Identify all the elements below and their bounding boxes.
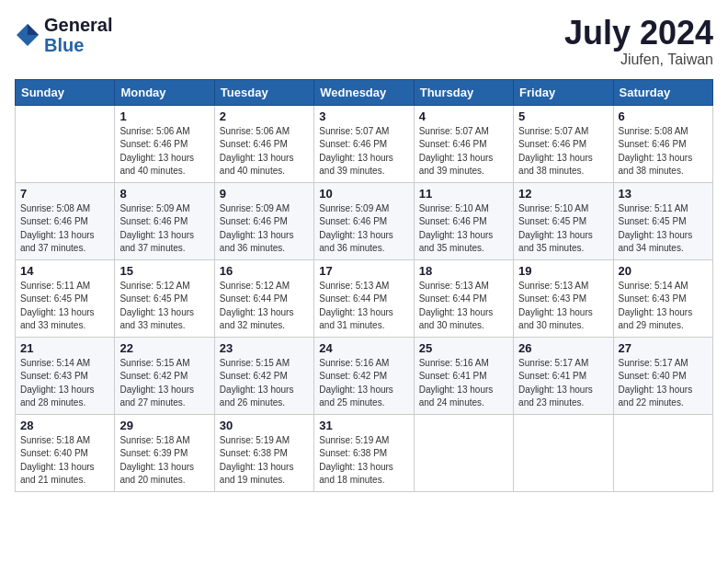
day-info: Sunrise: 5:14 AMSunset: 6:43 PMDaylight:…	[20, 357, 109, 410]
day-number: 20	[619, 264, 708, 278]
calendar-cell: 12Sunrise: 5:10 AMSunset: 6:45 PMDayligh…	[514, 182, 613, 259]
calendar-cell: 22Sunrise: 5:15 AMSunset: 6:42 PMDayligh…	[115, 337, 214, 414]
day-number: 29	[119, 419, 209, 432]
weekday-header: Monday	[115, 79, 214, 105]
calendar-cell: 26Sunrise: 5:17 AMSunset: 6:41 PMDayligh…	[514, 337, 613, 414]
day-info: Sunrise: 5:09 AMSunset: 6:46 PMDaylight:…	[319, 202, 408, 256]
day-number: 23	[220, 341, 309, 355]
day-number: 26	[518, 341, 608, 355]
calendar-cell: 4Sunrise: 5:07 AMSunset: 6:46 PMDaylight…	[414, 105, 513, 182]
day-number: 27	[619, 341, 708, 355]
day-info: Sunrise: 5:09 AMSunset: 6:46 PMDaylight:…	[220, 202, 309, 256]
calendar-week-row: 1Sunrise: 5:06 AMSunset: 6:46 PMDaylight…	[16, 105, 713, 182]
day-number: 8	[119, 187, 209, 201]
day-number: 13	[619, 187, 708, 201]
day-number: 15	[119, 264, 209, 278]
weekday-header: Saturday	[613, 79, 712, 105]
day-info: Sunrise: 5:18 AMSunset: 6:40 PMDaylight:…	[20, 434, 109, 488]
day-number: 25	[419, 341, 508, 355]
day-number: 12	[518, 187, 608, 201]
day-number: 7	[20, 187, 109, 201]
day-info: Sunrise: 5:06 AMSunset: 6:46 PMDaylight:…	[119, 125, 209, 178]
weekday-header: Sunday	[16, 79, 115, 105]
calendar-cell: 14Sunrise: 5:11 AMSunset: 6:45 PMDayligh…	[16, 259, 115, 337]
day-number: 22	[119, 341, 209, 355]
calendar-cell: 15Sunrise: 5:12 AMSunset: 6:45 PMDayligh…	[115, 259, 214, 337]
calendar-cell: 11Sunrise: 5:10 AMSunset: 6:46 PMDayligh…	[414, 182, 513, 259]
calendar-cell	[613, 414, 712, 491]
weekday-header: Wednesday	[314, 79, 414, 105]
calendar-cell: 7Sunrise: 5:08 AMSunset: 6:46 PMDaylight…	[16, 182, 115, 259]
day-number: 30	[220, 419, 309, 432]
day-number: 6	[619, 109, 708, 123]
calendar-week-row: 28Sunrise: 5:18 AMSunset: 6:40 PMDayligh…	[16, 414, 713, 491]
calendar-cell: 8Sunrise: 5:09 AMSunset: 6:46 PMDaylight…	[115, 182, 214, 259]
day-info: Sunrise: 5:15 AMSunset: 6:42 PMDaylight:…	[220, 357, 309, 410]
day-number: 16	[220, 264, 309, 278]
weekday-header-row: SundayMondayTuesdayWednesdayThursdayFrid…	[16, 79, 713, 105]
calendar-cell: 1Sunrise: 5:06 AMSunset: 6:46 PMDaylight…	[115, 105, 214, 182]
calendar-table: SundayMondayTuesdayWednesdayThursdayFrid…	[15, 79, 713, 492]
calendar-cell: 2Sunrise: 5:06 AMSunset: 6:46 PMDaylight…	[214, 105, 313, 182]
day-info: Sunrise: 5:13 AMSunset: 6:44 PMDaylight:…	[419, 280, 508, 333]
day-info: Sunrise: 5:11 AMSunset: 6:45 PMDaylight:…	[619, 202, 708, 256]
calendar-cell: 18Sunrise: 5:13 AMSunset: 6:44 PMDayligh…	[414, 259, 513, 337]
calendar-week-row: 21Sunrise: 5:14 AMSunset: 6:43 PMDayligh…	[16, 337, 713, 414]
day-info: Sunrise: 5:19 AMSunset: 6:38 PMDaylight:…	[319, 434, 408, 488]
day-info: Sunrise: 5:16 AMSunset: 6:42 PMDaylight:…	[319, 357, 408, 410]
month-title: July 2024	[564, 15, 713, 52]
day-number: 24	[319, 341, 408, 355]
calendar-cell: 3Sunrise: 5:07 AMSunset: 6:46 PMDaylight…	[314, 105, 414, 182]
day-number: 31	[319, 419, 408, 432]
calendar-cell: 30Sunrise: 5:19 AMSunset: 6:38 PMDayligh…	[214, 414, 313, 491]
day-number: 2	[220, 109, 309, 123]
calendar-cell: 28Sunrise: 5:18 AMSunset: 6:40 PMDayligh…	[16, 414, 115, 491]
calendar-cell: 9Sunrise: 5:09 AMSunset: 6:46 PMDaylight…	[214, 182, 313, 259]
weekday-header: Tuesday	[214, 79, 313, 105]
day-number: 3	[319, 109, 408, 123]
day-info: Sunrise: 5:17 AMSunset: 6:40 PMDaylight:…	[619, 357, 708, 410]
calendar-cell	[414, 414, 513, 491]
logo-line1: General	[44, 15, 112, 35]
day-info: Sunrise: 5:08 AMSunset: 6:46 PMDaylight:…	[20, 202, 109, 256]
day-number: 17	[319, 264, 408, 278]
day-number: 9	[220, 187, 309, 201]
calendar-cell: 19Sunrise: 5:13 AMSunset: 6:43 PMDayligh…	[514, 259, 613, 337]
day-info: Sunrise: 5:12 AMSunset: 6:45 PMDaylight:…	[119, 280, 209, 333]
day-info: Sunrise: 5:07 AMSunset: 6:46 PMDaylight:…	[319, 125, 408, 178]
day-info: Sunrise: 5:07 AMSunset: 6:46 PMDaylight:…	[419, 125, 508, 178]
calendar-cell: 29Sunrise: 5:18 AMSunset: 6:39 PMDayligh…	[115, 414, 214, 491]
calendar-cell: 6Sunrise: 5:08 AMSunset: 6:46 PMDaylight…	[613, 105, 712, 182]
calendar-week-row: 7Sunrise: 5:08 AMSunset: 6:46 PMDaylight…	[16, 182, 713, 259]
logo-icon	[15, 22, 40, 48]
weekday-header: Thursday	[414, 79, 513, 105]
calendar-cell: 17Sunrise: 5:13 AMSunset: 6:44 PMDayligh…	[314, 259, 414, 337]
day-number: 10	[319, 187, 408, 201]
title-block: July 2024 Jiufen, Taiwan	[564, 15, 713, 68]
day-info: Sunrise: 5:19 AMSunset: 6:38 PMDaylight:…	[220, 434, 309, 488]
calendar-cell	[16, 105, 115, 182]
calendar-cell: 27Sunrise: 5:17 AMSunset: 6:40 PMDayligh…	[613, 337, 712, 414]
calendar-cell: 16Sunrise: 5:12 AMSunset: 6:44 PMDayligh…	[214, 259, 313, 337]
calendar-cell: 20Sunrise: 5:14 AMSunset: 6:43 PMDayligh…	[613, 259, 712, 337]
calendar-cell: 21Sunrise: 5:14 AMSunset: 6:43 PMDayligh…	[16, 337, 115, 414]
day-number: 21	[20, 341, 109, 355]
svg-marker-1	[28, 24, 39, 35]
day-info: Sunrise: 5:18 AMSunset: 6:39 PMDaylight:…	[119, 434, 209, 488]
day-info: Sunrise: 5:09 AMSunset: 6:46 PMDaylight:…	[119, 202, 209, 256]
day-info: Sunrise: 5:13 AMSunset: 6:43 PMDaylight:…	[518, 280, 608, 333]
day-info: Sunrise: 5:11 AMSunset: 6:45 PMDaylight:…	[20, 280, 109, 333]
day-info: Sunrise: 5:13 AMSunset: 6:44 PMDaylight:…	[319, 280, 408, 333]
day-info: Sunrise: 5:06 AMSunset: 6:46 PMDaylight:…	[220, 125, 309, 178]
calendar-week-row: 14Sunrise: 5:11 AMSunset: 6:45 PMDayligh…	[16, 259, 713, 337]
day-number: 28	[20, 419, 109, 432]
location-title: Jiufen, Taiwan	[564, 52, 713, 68]
calendar-cell	[514, 414, 613, 491]
day-info: Sunrise: 5:17 AMSunset: 6:41 PMDaylight:…	[518, 357, 608, 410]
day-number: 19	[518, 264, 608, 278]
calendar-cell: 13Sunrise: 5:11 AMSunset: 6:45 PMDayligh…	[613, 182, 712, 259]
day-number: 11	[419, 187, 508, 201]
day-number: 1	[119, 109, 209, 123]
calendar-cell: 23Sunrise: 5:15 AMSunset: 6:42 PMDayligh…	[214, 337, 313, 414]
calendar-cell: 25Sunrise: 5:16 AMSunset: 6:41 PMDayligh…	[414, 337, 513, 414]
